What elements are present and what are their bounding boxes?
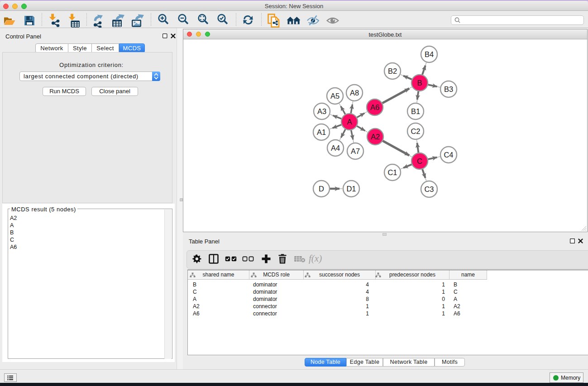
svg-text:C: C: [417, 157, 422, 165]
svg-text:A7: A7: [351, 147, 360, 155]
svg-text:B: B: [417, 79, 422, 87]
svg-text:B1: B1: [411, 107, 420, 115]
svg-text:A1: A1: [317, 128, 326, 136]
svg-text:A6: A6: [370, 103, 379, 111]
svg-text:A4: A4: [331, 144, 340, 152]
svg-text:A3: A3: [317, 107, 326, 115]
svg-text:A8: A8: [350, 89, 359, 97]
svg-text:C2: C2: [411, 127, 420, 135]
svg-text:C3: C3: [424, 185, 434, 193]
svg-text:C1: C1: [387, 168, 397, 176]
svg-text:B2: B2: [388, 67, 397, 75]
svg-text:A2: A2: [371, 133, 380, 141]
svg-text:C4: C4: [444, 151, 453, 159]
svg-text:A: A: [347, 118, 352, 126]
svg-text:B4: B4: [425, 50, 434, 58]
svg-text:B3: B3: [444, 85, 453, 93]
svg-text:D1: D1: [346, 185, 356, 193]
svg-text:D: D: [319, 185, 324, 193]
svg-text:A5: A5: [330, 92, 339, 100]
